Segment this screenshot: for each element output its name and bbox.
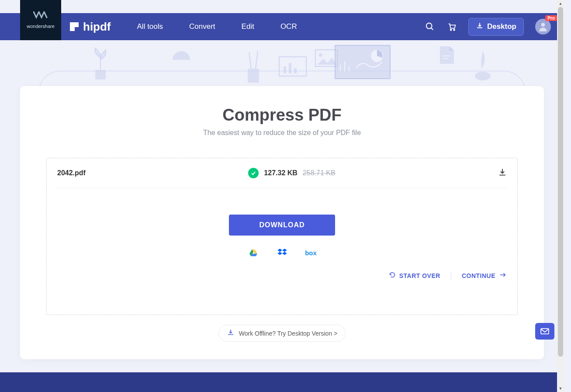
top-spacer <box>0 0 564 13</box>
scroll-up-arrow-icon[interactable]: ▲ <box>557 0 564 7</box>
download-button[interactable]: DOWNLOAD <box>229 215 336 236</box>
dashboard-icon <box>334 45 391 80</box>
file-row: 2042.pdf 127.32 KB 258.71 KB <box>57 158 507 188</box>
svg-rect-9 <box>279 57 306 76</box>
lamp-icon <box>166 45 197 71</box>
file-size-info: 127.32 KB 258.71 KB <box>86 168 498 178</box>
pro-badge: Pro <box>545 15 557 21</box>
plant-icon <box>87 45 114 84</box>
user-avatar[interactable]: Pro <box>535 19 551 35</box>
download-file-icon[interactable] <box>498 168 507 178</box>
page-footer <box>0 372 564 392</box>
svg-point-0 <box>426 23 432 29</box>
svg-marker-24 <box>282 249 287 252</box>
hero-decorations <box>0 40 564 86</box>
document-icon <box>439 45 455 65</box>
box-icon[interactable]: box <box>306 248 316 257</box>
dropbox-icon[interactable] <box>277 248 287 257</box>
svg-rect-28 <box>541 329 549 334</box>
desktop-download-icon <box>227 329 235 338</box>
hipdf-logo-icon <box>70 22 79 31</box>
svg-rect-6 <box>248 69 259 83</box>
svg-rect-12 <box>294 68 297 73</box>
cloud-options: box <box>57 248 507 257</box>
nav-all-tools[interactable]: All tools <box>137 22 163 31</box>
hipdf-brand[interactable]: hipdf <box>70 20 111 34</box>
start-over-label: START OVER <box>399 272 440 279</box>
file-result-box: 2042.pdf 127.32 KB 258.71 KB DOWNLOAD bo… <box>46 158 518 315</box>
svg-rect-11 <box>289 63 291 73</box>
continue-label: CONTINUE <box>462 272 495 279</box>
svg-rect-5 <box>95 70 106 80</box>
svg-line-7 <box>249 52 251 69</box>
main-card: Compress PDF The easiest way to reduce t… <box>20 86 544 359</box>
svg-point-14 <box>319 53 322 57</box>
svg-point-19 <box>475 72 491 80</box>
cart-icon[interactable] <box>446 21 457 32</box>
nav-right: Desktop Pro <box>425 18 551 36</box>
pencil-cup-icon <box>242 49 264 84</box>
work-offline-button[interactable]: Work Offline? Try Desktop Version > <box>218 325 346 342</box>
svg-marker-23 <box>277 249 282 252</box>
svg-marker-25 <box>277 252 282 255</box>
nav-menu: All tools Convert Edit OCR <box>137 22 297 31</box>
search-icon[interactable] <box>425 21 435 32</box>
start-over-button[interactable]: START OVER <box>389 271 440 280</box>
original-size: 258.71 KB <box>303 169 336 177</box>
arrow-right-icon <box>499 271 507 280</box>
chat-support-button[interactable] <box>535 323 554 340</box>
vertical-scrollbar[interactable]: ▲ ▼ <box>557 0 564 392</box>
svg-marker-26 <box>282 252 287 255</box>
download-desktop-icon <box>476 22 484 32</box>
svg-point-3 <box>453 29 455 31</box>
action-divider <box>451 272 451 280</box>
result-actions: START OVER CONTINUE <box>389 271 507 280</box>
brand-name: hipdf <box>83 20 111 34</box>
desktop-button[interactable]: Desktop <box>468 18 524 36</box>
file-name: 2042.pdf <box>57 169 86 177</box>
scrollbar-thumb[interactable] <box>558 7 563 357</box>
google-drive-icon[interactable] <box>249 248 258 257</box>
chart-frame-icon <box>277 53 308 80</box>
svg-rect-10 <box>284 66 286 73</box>
svg-point-4 <box>541 23 545 27</box>
restart-icon <box>389 271 396 280</box>
nav-convert[interactable]: Convert <box>189 22 215 31</box>
wondershare-logo-icon <box>33 11 48 21</box>
nav-ocr[interactable]: OCR <box>280 22 297 31</box>
wondershare-brand-tab[interactable]: wondershare <box>20 0 61 40</box>
main-navbar: hipdf All tools Convert Edit OCR Desktop… <box>0 13 564 40</box>
page-title: Compress PDF <box>20 106 544 125</box>
wondershare-text: wondershare <box>27 24 55 29</box>
nav-edit[interactable]: Edit <box>242 22 254 31</box>
svg-point-2 <box>450 29 452 31</box>
quill-icon <box>470 45 496 84</box>
desktop-button-label: Desktop <box>487 22 516 31</box>
svg-line-1 <box>431 28 433 30</box>
svg-line-8 <box>256 51 258 69</box>
success-check-icon <box>248 168 259 178</box>
offline-label: Work Offline? Try Desktop Version > <box>239 330 338 337</box>
page-subtitle: The easiest way to reduce the size of yo… <box>20 129 544 137</box>
scroll-down-arrow-icon[interactable]: ▼ <box>557 385 564 392</box>
compressed-size: 127.32 KB <box>264 169 298 177</box>
continue-button[interactable]: CONTINUE <box>462 271 507 280</box>
